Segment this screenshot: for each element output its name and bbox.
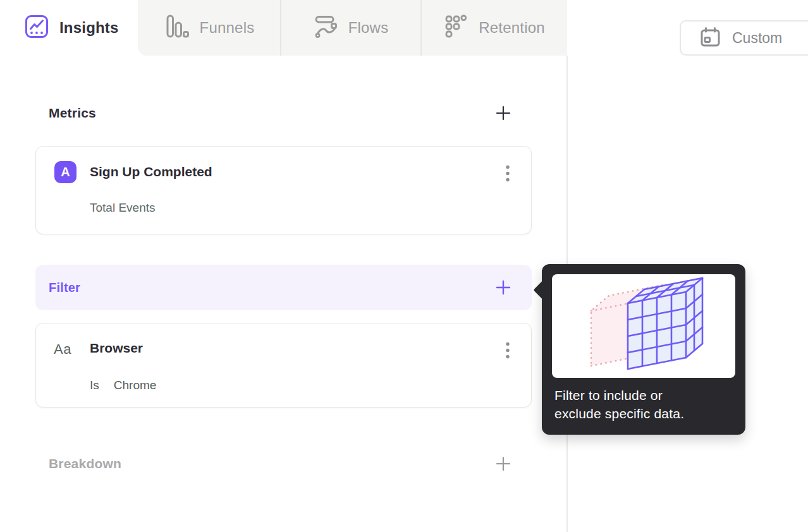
tooltip-text-line1: Filter to include or — [554, 386, 684, 404]
metrics-title: Metrics — [49, 106, 96, 121]
kebab-icon — [506, 165, 510, 183]
filter-cube-illustration — [552, 274, 735, 378]
filter-title: Filter — [49, 281, 80, 295]
insights-report-screen: Insights Funnels Flows — [0, 0, 808, 532]
metric-badge-a: A — [54, 161, 77, 183]
metric-title: Sign Up Completed — [90, 164, 212, 179]
calendar-icon — [700, 27, 721, 49]
add-breakdown-button[interactable] — [494, 455, 512, 473]
filter-tooltip: Filter to include or exclude specific da… — [542, 264, 745, 435]
date-range-label: Custom — [732, 30, 782, 47]
filter-options-button[interactable] — [503, 341, 512, 361]
funnels-bars-icon — [166, 15, 189, 41]
breakdown-title: Breakdown — [49, 456, 121, 471]
tooltip-arrow — [533, 280, 553, 299]
string-property-icon: Aa — [54, 341, 71, 358]
cube-grid-icon — [552, 274, 735, 378]
tab-insights[interactable]: Insights — [0, 0, 138, 56]
retention-dots-icon — [445, 15, 468, 41]
metrics-section-header: Metrics — [35, 99, 532, 128]
breakdown-section-header: Breakdown — [35, 449, 532, 478]
tab-retention-label: Retention — [479, 19, 545, 37]
plus-icon — [495, 456, 511, 472]
date-range-button[interactable]: Custom — [680, 20, 808, 56]
add-filter-button[interactable] — [494, 279, 512, 296]
metric-options-button[interactable] — [503, 164, 512, 184]
tab-divider — [280, 0, 281, 56]
filter-condition[interactable]: Is Chrome — [90, 378, 156, 392]
tab-funnels[interactable]: Funnels — [140, 0, 280, 56]
flows-stream-icon — [315, 15, 338, 40]
plus-icon — [495, 105, 511, 121]
tooltip-text-line2: exclude specific data. — [554, 404, 684, 423]
tab-flows[interactable]: Flows — [283, 0, 420, 56]
tab-funnels-label: Funnels — [200, 19, 255, 37]
metric-aggregation[interactable]: Total Events — [90, 201, 156, 215]
filter-property-name: Browser — [90, 341, 143, 356]
insights-chart-icon — [25, 15, 49, 41]
kebab-icon — [506, 342, 510, 360]
filter-section-header: Filter — [35, 265, 532, 310]
tooltip-text: Filter to include or exclude specific da… — [554, 386, 684, 423]
metric-card[interactable]: A Sign Up Completed Total Events — [35, 146, 532, 234]
add-metric-button[interactable] — [494, 104, 512, 122]
plus-icon — [495, 279, 511, 296]
filter-value[interactable]: Chrome — [114, 378, 157, 392]
tab-retention[interactable]: Retention — [423, 0, 567, 56]
tab-insights-label: Insights — [59, 19, 119, 37]
filter-card[interactable]: Aa Browser Is Chrome — [35, 323, 532, 408]
tab-divider — [420, 0, 422, 56]
tab-flows-label: Flows — [348, 19, 389, 37]
filter-operator[interactable]: Is — [90, 378, 99, 392]
